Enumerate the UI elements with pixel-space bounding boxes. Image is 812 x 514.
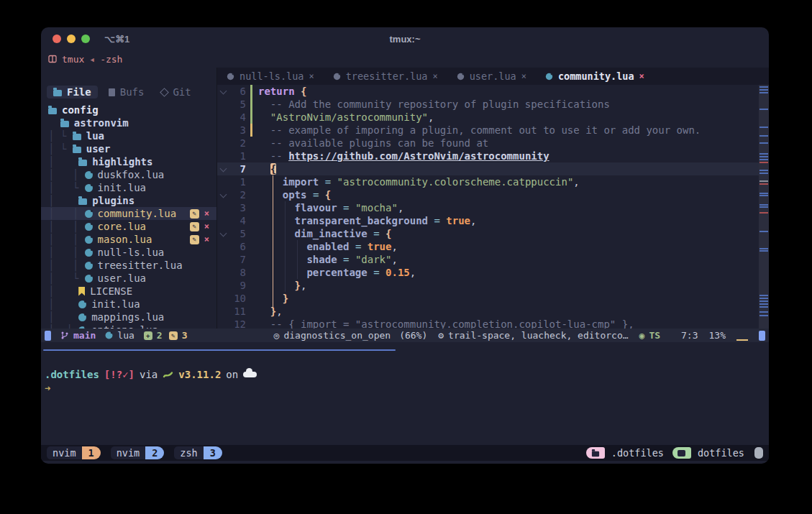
code-line[interactable]: 2 opts = { bbox=[217, 188, 769, 201]
tmux-window-index: 1 bbox=[82, 446, 101, 459]
code-token bbox=[258, 241, 306, 252]
tmux-window-name[interactable]: -zsh bbox=[100, 54, 122, 65]
lua-file-icon bbox=[85, 210, 93, 218]
code-line[interactable]: 1 -- https://github.com/AstroNvim/astroc… bbox=[217, 150, 769, 162]
tree-item-plugins[interactable]: │ plugins bbox=[41, 194, 216, 207]
editor-tab-null-ls-lua[interactable]: null-ls.lua× bbox=[217, 68, 324, 85]
tree-item-badges: ✎× bbox=[190, 207, 209, 220]
terminal-icon bbox=[678, 450, 685, 456]
tree-item-community-lua[interactable]: │ │ community.lua✎× bbox=[41, 207, 216, 220]
close-window-button[interactable] bbox=[53, 35, 61, 43]
tmux-session-name[interactable]: tmux bbox=[62, 54, 84, 65]
code-line[interactable]: 9 }, bbox=[217, 279, 769, 292]
tab-label: treesitter.lua bbox=[346, 70, 428, 82]
code-line[interactable]: 5 -- Add the community repository of plu… bbox=[217, 98, 769, 111]
close-buffer-icon[interactable]: × bbox=[204, 207, 209, 220]
modified-badge-icon: ✎ bbox=[190, 235, 199, 244]
fold-column[interactable] bbox=[217, 162, 229, 175]
zoom-window-button[interactable] bbox=[81, 35, 90, 43]
tmux-window-zsh-3[interactable]: zsh3 bbox=[174, 446, 222, 459]
sidebar-tab-bufs[interactable]: Bufs bbox=[102, 86, 151, 98]
branch-icon bbox=[60, 331, 69, 340]
code-token: , bbox=[410, 267, 416, 278]
code-line[interactable]: 7 { bbox=[217, 162, 769, 175]
code-line[interactable]: 6return { bbox=[217, 85, 769, 98]
editor-tab-treesitter-lua[interactable]: treesitter.lua× bbox=[324, 68, 447, 85]
tmux-window-name: nvim bbox=[111, 446, 146, 459]
code-line[interactable]: 1 import = "astrocommunity.colorscheme.c… bbox=[217, 175, 769, 188]
code-line[interactable]: 4 transparent_background = true, bbox=[217, 214, 769, 227]
code-text: opts = { bbox=[258, 188, 769, 201]
code-token: -- { import = "astrocommunity.completion… bbox=[258, 318, 634, 329]
lua-file-icon bbox=[227, 73, 234, 79]
tree-item-highlights[interactable]: │ highlights bbox=[41, 155, 216, 168]
code-line[interactable]: 4 "AstroNvim/astrocommunity", bbox=[217, 111, 769, 124]
tree-item-astronvim[interactable]: astronvim bbox=[41, 116, 216, 129]
close-buffer-icon[interactable]: × bbox=[204, 233, 209, 246]
tmux-window-nvim-2[interactable]: nvim2 bbox=[111, 446, 165, 459]
tmux-session-label: dotfiles bbox=[698, 447, 744, 459]
close-buffer-icon[interactable]: × bbox=[204, 220, 209, 233]
fold-column[interactable] bbox=[217, 227, 229, 240]
tree-indent-guide: │ │ bbox=[48, 207, 85, 220]
editor-pane: null-ls.lua×treesitter.lua×user.lua×comm… bbox=[216, 68, 769, 329]
code-area[interactable]: 6return {5 -- Add the community reposito… bbox=[217, 85, 769, 329]
git-add-icon: + bbox=[144, 331, 152, 340]
tree-item-LICENSE[interactable]: │ LICENSE bbox=[41, 285, 216, 298]
code-line[interactable]: 5 dim_inactive = { bbox=[217, 227, 769, 240]
tree-item-lua[interactable]: │ └ lua bbox=[41, 129, 216, 142]
code-line[interactable]: 8 percentage = 0.15, bbox=[217, 266, 769, 279]
tree-item-user-lua[interactable]: │ └ user.lua bbox=[41, 272, 216, 285]
tree-item-config[interactable]: config bbox=[41, 104, 216, 116]
sidebar-tab-git[interactable]: Git bbox=[155, 86, 197, 98]
code-line[interactable]: 3 flavour = "mocha", bbox=[217, 201, 769, 214]
code-token: true bbox=[446, 215, 470, 226]
git-change-icon: ✎ bbox=[169, 331, 178, 340]
code-token: , bbox=[301, 280, 306, 291]
tree-item-duskfox-lua[interactable]: │ │ duskfox.lua bbox=[41, 168, 216, 181]
tmux-session-chip-dotfiles[interactable]: dotfiles bbox=[672, 447, 753, 459]
tab-close-icon[interactable]: × bbox=[521, 71, 526, 81]
minimap-scrollbar[interactable] bbox=[759, 85, 769, 329]
scrollbar-mark bbox=[759, 311, 768, 313]
code-line[interactable]: 10 } bbox=[217, 292, 769, 305]
tree-item-options-lua[interactable]: │ └ options.lua bbox=[41, 323, 216, 329]
tree-item-core-lua[interactable]: │ │ core.lua✎× bbox=[41, 220, 216, 233]
code-line[interactable]: 2 -- available plugins can be found at bbox=[217, 137, 769, 150]
code-token bbox=[361, 241, 367, 252]
code-line[interactable]: 7 shade = "dark", bbox=[217, 253, 769, 266]
code-token: 0.15 bbox=[386, 267, 410, 278]
scrollbar-mark bbox=[759, 248, 768, 249]
tmux-window-nvim-1[interactable]: nvim1 bbox=[47, 446, 101, 459]
tab-close-icon[interactable]: × bbox=[309, 71, 314, 81]
editor-tab-community-lua[interactable]: community.lua× bbox=[536, 68, 654, 85]
git-changed-count: ✎ 3 bbox=[169, 330, 188, 341]
code-line[interactable]: 6 enabled = true, bbox=[217, 240, 769, 253]
tree-item-null-ls-lua[interactable]: │ │ null-ls.lua bbox=[41, 246, 216, 259]
sidebar-tab-file[interactable]: File bbox=[47, 86, 98, 98]
code-line[interactable]: 11 }, bbox=[217, 305, 769, 318]
editor-tab-user-lua[interactable]: user.lua× bbox=[447, 68, 536, 85]
code-line[interactable]: 12 -- { import = "astrocommunity.complet… bbox=[217, 318, 769, 329]
scrollbar-mark bbox=[759, 193, 768, 194]
tree-item-badges: ✎× bbox=[190, 233, 209, 246]
fold-column[interactable] bbox=[217, 85, 229, 98]
fold-column[interactable] bbox=[217, 188, 229, 201]
tree-item-mason-lua[interactable]: │ │ mason.lua✎× bbox=[41, 233, 216, 246]
tree-item-init-lua[interactable]: │ init.lua bbox=[41, 298, 216, 311]
tree-item-user[interactable]: │ └ user bbox=[41, 142, 216, 155]
tree-item-treesitter-lua[interactable]: │ │ treesitter.lua bbox=[41, 259, 216, 272]
tree-item-label: treesitter.lua bbox=[98, 259, 183, 272]
code-text: -- https://github.com/AstroNvim/astrocom… bbox=[258, 150, 769, 162]
tab-close-icon[interactable]: × bbox=[432, 71, 437, 81]
tree-item-init-lua[interactable]: │ └ init.lua bbox=[41, 181, 216, 194]
minimize-window-button[interactable] bbox=[67, 35, 76, 43]
titlebar: ⌥⌘1 tmux:~ bbox=[41, 27, 769, 50]
tmux-session-chip--dotfiles[interactable]: .dotfiles bbox=[586, 447, 672, 459]
prompt-input-line[interactable]: ➜ bbox=[45, 382, 769, 395]
tree-item-mappings-lua[interactable]: │ mappings.lua bbox=[41, 311, 216, 323]
tab-close-icon[interactable]: × bbox=[639, 71, 644, 81]
shell-pane[interactable]: .dotfiles [!?✓] via v3.11.2 on ➜ bbox=[41, 351, 769, 395]
code-line[interactable]: 3 -- example of imporing a plugin, comme… bbox=[217, 124, 769, 137]
scrollbar-mark bbox=[759, 250, 768, 252]
